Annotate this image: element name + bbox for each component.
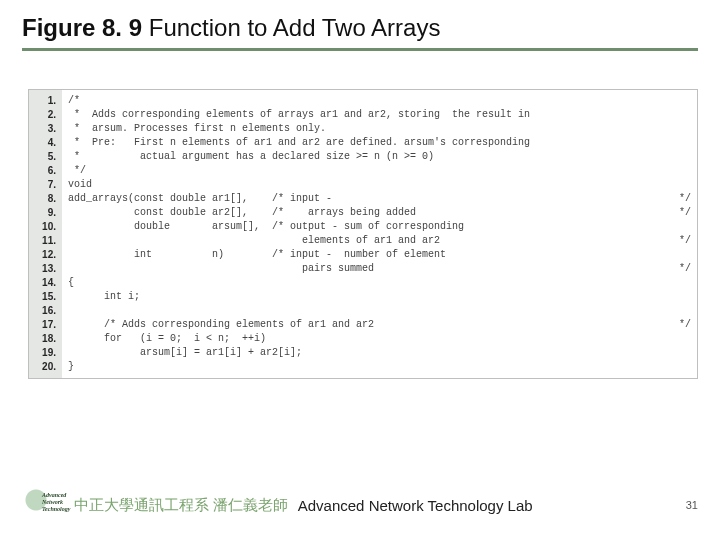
line-number: 7. xyxy=(29,178,56,192)
code-text: /* xyxy=(68,94,691,108)
code-text-tail: */ xyxy=(679,192,691,206)
code-line: */ xyxy=(68,164,691,178)
code-line: double arsum[], /* output - sum of corre… xyxy=(68,220,691,234)
line-number: 15. xyxy=(29,290,56,304)
page-number: 31 xyxy=(686,499,698,511)
line-number: 1. xyxy=(29,94,56,108)
code-line: arsum[i] = ar1[i] + ar2[i]; xyxy=(68,346,691,360)
code-text: for (i = 0; i < n; ++i) xyxy=(68,332,691,346)
code-line: * Adds corresponding elements of arrays … xyxy=(68,108,691,122)
code-text-tail: */ xyxy=(679,262,691,276)
code-line: pairs summed*/ xyxy=(68,262,691,276)
line-number: 4. xyxy=(29,136,56,150)
code-line: elements of ar1 and ar2*/ xyxy=(68,234,691,248)
code-line: /* Adds corresponding elements of ar1 an… xyxy=(68,318,691,332)
code-text: arsum[i] = ar1[i] + ar2[i]; xyxy=(68,346,691,360)
line-number: 11. xyxy=(29,234,56,248)
line-number: 16. xyxy=(29,304,56,318)
code-text: const double ar2[], /* arrays being adde… xyxy=(68,206,679,220)
code-line: { xyxy=(68,276,691,290)
code-text-tail: */ xyxy=(679,206,691,220)
line-number: 6. xyxy=(29,164,56,178)
line-number: 8. xyxy=(29,192,56,206)
code-text-tail: */ xyxy=(679,318,691,332)
figure-number: Figure 8. 9 xyxy=(22,14,142,41)
code-line: int i; xyxy=(68,290,691,304)
code-text: void xyxy=(68,178,691,192)
code-text: double arsum[], /* output - sum of corre… xyxy=(68,220,691,234)
code-line: int n) /* input - number of element xyxy=(68,248,691,262)
code-text: int n) /* input - number of element xyxy=(68,248,691,262)
code-line: * actual argument has a declared size >=… xyxy=(68,150,691,164)
code-line: add_arrays(const double ar1[], /* input … xyxy=(68,192,691,206)
lab-logo-text: Advanced Network Technology xyxy=(42,492,70,513)
line-number: 2. xyxy=(29,108,56,122)
line-number: 5. xyxy=(29,150,56,164)
slide-title: Figure 8. 9 Function to Add Two Arrays xyxy=(0,0,720,42)
line-number: 18. xyxy=(29,332,56,346)
line-number: 17. xyxy=(29,318,56,332)
code-text: /* Adds corresponding elements of ar1 an… xyxy=(68,318,679,332)
code-line: void xyxy=(68,178,691,192)
code-text: pairs summed xyxy=(68,262,679,276)
code-text: elements of ar1 and ar2 xyxy=(68,234,679,248)
code-line: } xyxy=(68,360,691,374)
line-number: 9. xyxy=(29,206,56,220)
code-figure: 1.2.3.4.5.6.7.8.9.10.11.12.13.14.15.16.1… xyxy=(28,89,698,379)
code-line: * arsum. Processes first n elements only… xyxy=(68,122,691,136)
code-line: * Pre: First n elements of ar1 and ar2 a… xyxy=(68,136,691,150)
code-text xyxy=(68,304,691,318)
figure-caption: Function to Add Two Arrays xyxy=(142,14,440,41)
code-text: * Adds corresponding elements of arrays … xyxy=(68,108,691,122)
lab-logo: Advanced Network Technology xyxy=(22,488,68,522)
footer: Advanced Network Technology 中正大學通訊工程系 潘仁… xyxy=(0,488,720,522)
code-text: int i; xyxy=(68,290,691,304)
code-line xyxy=(68,304,691,318)
code-text: add_arrays(const double ar1[], /* input … xyxy=(68,192,679,206)
code-text: * actual argument has a declared size >=… xyxy=(68,150,691,164)
code-line: /* xyxy=(68,94,691,108)
code-text: */ xyxy=(68,164,691,178)
line-number: 12. xyxy=(29,248,56,262)
code-line: for (i = 0; i < n; ++i) xyxy=(68,332,691,346)
footer-lab-name: Advanced Network Technology Lab xyxy=(298,497,533,514)
line-number: 19. xyxy=(29,346,56,360)
line-number: 10. xyxy=(29,220,56,234)
code-text: * Pre: First n elements of ar1 and ar2 a… xyxy=(68,136,691,150)
code-text: * arsum. Processes first n elements only… xyxy=(68,122,691,136)
code-text: } xyxy=(68,360,691,374)
line-number: 14. xyxy=(29,276,56,290)
line-number-gutter: 1.2.3.4.5.6.7.8.9.10.11.12.13.14.15.16.1… xyxy=(28,89,62,379)
footer-affiliation: 中正大學通訊工程系 潘仁義老師 xyxy=(74,496,288,515)
code-text: { xyxy=(68,276,691,290)
line-number: 13. xyxy=(29,262,56,276)
title-underline xyxy=(22,48,698,51)
line-number: 20. xyxy=(29,360,56,374)
code-line: const double ar2[], /* arrays being adde… xyxy=(68,206,691,220)
code-content: /* * Adds corresponding elements of arra… xyxy=(62,89,698,379)
code-text-tail: */ xyxy=(679,234,691,248)
line-number: 3. xyxy=(29,122,56,136)
